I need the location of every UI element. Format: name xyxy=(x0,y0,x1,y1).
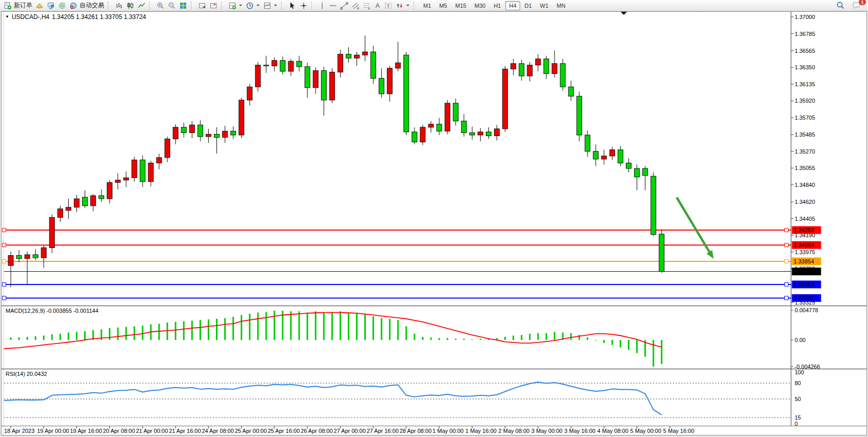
timeframe-button-D1[interactable]: D1 xyxy=(521,1,536,10)
level-handle-left[interactable] xyxy=(3,228,6,232)
macd-histogram-bar xyxy=(167,322,168,340)
bar-chart-button[interactable] xyxy=(113,1,125,11)
trendline-icon xyxy=(340,2,348,10)
candle-body xyxy=(396,63,401,68)
ohlc-text: 1.34205 1.34261 1.33705 1.33724 xyxy=(52,13,146,21)
price-tick-label: 1.36785 xyxy=(795,31,815,37)
new-order-button[interactable]: 新订单 xyxy=(2,1,34,11)
equidistant-channel-button[interactable]: E xyxy=(350,1,361,11)
timeframe-button-H4[interactable]: H4 xyxy=(505,1,520,10)
indicators-button[interactable] xyxy=(227,1,244,11)
macd-histogram-bar xyxy=(109,328,110,340)
fibonacci-button[interactable]: F xyxy=(361,1,372,11)
candle-body xyxy=(445,103,450,131)
macd-histogram-bar xyxy=(265,312,267,340)
candle-body xyxy=(659,234,664,272)
templates-button[interactable] xyxy=(262,1,279,11)
search-button[interactable] xyxy=(835,1,846,11)
candle-body xyxy=(577,96,582,135)
macd-histogram-bar xyxy=(35,336,36,340)
candle-body xyxy=(585,135,590,151)
candle-body xyxy=(544,59,549,74)
level-handle-left[interactable] xyxy=(3,282,6,286)
macd-histogram-bar xyxy=(661,340,662,364)
candle-body xyxy=(536,59,541,65)
macd-histogram-bar xyxy=(331,312,333,340)
macd-axis-label: -0.004266 xyxy=(795,364,820,370)
crosshair-button[interactable] xyxy=(298,1,309,11)
timeframe-button-H1[interactable]: H1 xyxy=(490,1,504,10)
candle-body xyxy=(288,61,293,71)
timeframe-button-M5[interactable]: M5 xyxy=(436,1,450,10)
level-handle-left[interactable] xyxy=(3,243,6,247)
level-handle-right[interactable] xyxy=(785,228,788,232)
level-handle-left[interactable] xyxy=(3,296,6,300)
candle-body xyxy=(206,134,211,137)
zoom-in-button[interactable] xyxy=(155,1,166,11)
macd-histogram-bar xyxy=(27,337,28,340)
candle-body xyxy=(478,132,483,135)
price-level-badge-label: 1.33382 xyxy=(794,295,814,301)
macd-histogram-bar xyxy=(512,336,514,340)
level-handle-right[interactable] xyxy=(785,259,788,263)
price-level-badge-label: 1.33557 xyxy=(794,281,814,288)
terminal-button[interactable] xyxy=(45,1,56,11)
level-handle-right[interactable] xyxy=(785,243,788,247)
candlestick-chart-button[interactable] xyxy=(125,1,136,11)
timeframe-button-M30[interactable]: M30 xyxy=(471,1,489,10)
toolbar-separator xyxy=(108,2,111,10)
chart-canvas[interactable]: 1.370001.367851.365651.363501.361351.359… xyxy=(0,11,868,437)
macd-histogram-bar xyxy=(183,321,185,340)
macd-histogram-bar xyxy=(191,320,193,340)
macd-histogram-bar xyxy=(554,332,555,340)
auto-scroll-button[interactable] xyxy=(196,1,208,11)
cursor-button[interactable] xyxy=(287,1,298,11)
notification-badge: 1 xyxy=(859,0,866,5)
symbol-ohlc-label[interactable]: ▼ USDCAD-,H4 1.34205 1.34261 1.33705 1.3… xyxy=(5,13,146,21)
notifications-button[interactable]: 1 xyxy=(851,1,863,11)
price-level-badge-label: 1.33854 xyxy=(794,258,814,264)
horizontal-line-button[interactable] xyxy=(327,1,339,11)
candle-body xyxy=(495,129,500,136)
candle-body xyxy=(214,134,220,137)
timeframe-button-MN[interactable]: MN xyxy=(553,1,569,10)
macd-histogram-bar xyxy=(159,324,160,340)
chart-shift-button[interactable] xyxy=(208,1,219,11)
macd-histogram-bar xyxy=(455,339,457,340)
timeframe-button-M15[interactable]: M15 xyxy=(452,1,470,10)
macd-histogram-bar xyxy=(43,336,45,340)
chevron-down-icon xyxy=(406,4,410,7)
market-watch-button[interactable] xyxy=(34,1,45,11)
text-icon: A xyxy=(374,2,381,10)
macd-histogram-bar xyxy=(364,314,366,340)
macd-histogram-bar xyxy=(249,314,250,340)
line-chart-button[interactable] xyxy=(136,1,147,11)
timeframe-button-W1[interactable]: W1 xyxy=(537,1,553,10)
trendline-button[interactable] xyxy=(339,1,350,11)
candle-body xyxy=(609,150,615,156)
zoom-out-button[interactable] xyxy=(166,1,177,11)
text-label-button[interactable]: T xyxy=(383,1,394,11)
level-handle-right[interactable] xyxy=(785,282,788,286)
arrows-button[interactable] xyxy=(394,1,411,11)
time-tick-label: 3 May 16:00 xyxy=(564,428,596,434)
candle-body xyxy=(651,176,656,234)
macd-histogram-bar xyxy=(273,311,275,340)
rsi-indicator-label: RSI(14) 20.0432 xyxy=(6,371,47,377)
vertical-line-button[interactable] xyxy=(317,1,327,11)
autotrading-button[interactable]: 自动交易 xyxy=(68,1,106,11)
level-handle-left[interactable] xyxy=(3,259,6,263)
candle-body xyxy=(198,125,203,137)
macd-histogram-bar xyxy=(447,338,448,340)
tile-windows-button[interactable] xyxy=(177,1,189,11)
macd-histogram-bar xyxy=(620,340,621,348)
market-depth-button[interactable] xyxy=(56,1,68,11)
periods-button[interactable] xyxy=(244,1,262,11)
toolbar-separator xyxy=(281,2,285,10)
candle-body xyxy=(635,168,640,177)
level-handle-right[interactable] xyxy=(785,296,788,300)
candle-body xyxy=(41,248,46,258)
timeframe-button-M1[interactable]: M1 xyxy=(420,1,435,10)
candle-body xyxy=(568,87,574,96)
text-button[interactable]: A xyxy=(372,1,383,11)
